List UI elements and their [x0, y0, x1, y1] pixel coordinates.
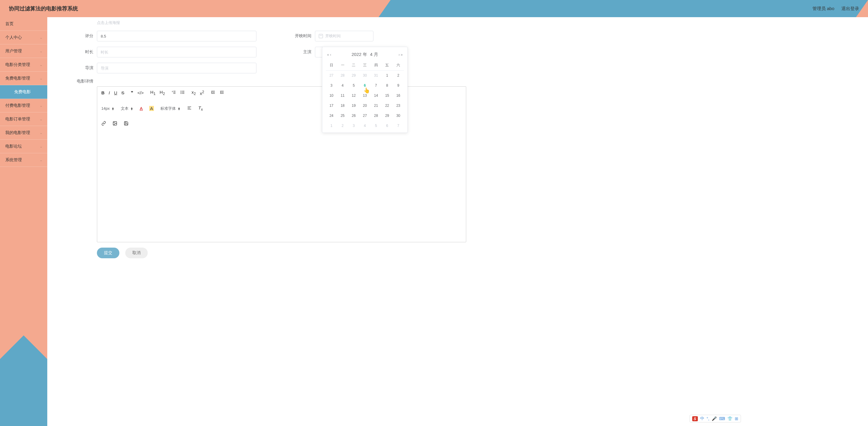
- ime-mic-icon[interactable]: 🎤: [712, 416, 717, 421]
- calendar-day[interactable]: 5: [348, 81, 359, 90]
- rating-input[interactable]: [97, 31, 256, 41]
- calendar-day[interactable]: 3: [348, 121, 359, 131]
- calendar-day[interactable]: 12: [348, 90, 359, 101]
- open-time-input[interactable]: 开映时间: [315, 31, 373, 41]
- font-size-select[interactable]: 14px ▲▼: [101, 106, 114, 111]
- open-time-placeholder: 开映时间: [325, 33, 341, 39]
- ime-lang[interactable]: 中: [700, 416, 704, 421]
- sidebar-item-8[interactable]: 我的电影管理⌄: [0, 126, 47, 140]
- quote-icon[interactable]: ❞: [131, 90, 133, 95]
- ime-keyboard-icon[interactable]: ⌨: [719, 416, 725, 421]
- calendar-day[interactable]: 6: [382, 121, 393, 131]
- dp-month[interactable]: 4 月: [370, 52, 378, 57]
- calendar-day[interactable]: 17: [326, 101, 337, 111]
- sidebar-item-1[interactable]: 个人中心⌄: [0, 31, 47, 45]
- sidebar-item-label: 个人中心: [5, 35, 22, 40]
- image-icon[interactable]: [113, 121, 117, 126]
- next-year-icon[interactable]: › »: [399, 53, 403, 57]
- calendar-day[interactable]: 31: [370, 70, 382, 81]
- calendar-day[interactable]: 28: [370, 111, 382, 121]
- clear-format-icon[interactable]: Tx: [198, 105, 203, 112]
- strike-icon[interactable]: S: [121, 90, 124, 95]
- ime-toolbar[interactable]: S 中 °, 🎤 ⌨ 👕 ⊞: [689, 415, 741, 422]
- calendar-day[interactable]: 15: [382, 90, 393, 101]
- dp-year[interactable]: 2022 年: [351, 52, 367, 57]
- calendar-day[interactable]: 27: [359, 111, 370, 121]
- calendar-day[interactable]: 14: [370, 90, 382, 101]
- calendar-day[interactable]: 16: [393, 90, 404, 101]
- calendar-day[interactable]: 7: [370, 81, 382, 90]
- calendar-day[interactable]: 20: [359, 101, 370, 111]
- sidebar-item-4[interactable]: 免费电影管理⌄: [0, 72, 47, 85]
- calendar-day[interactable]: 24: [326, 111, 337, 121]
- sidebar-item-2[interactable]: 用户管理⌄: [0, 45, 47, 58]
- calendar-day[interactable]: 29: [382, 111, 393, 121]
- calendar-day[interactable]: 18: [337, 101, 348, 111]
- calendar-day[interactable]: 21: [370, 101, 382, 111]
- sidebar-item-10[interactable]: 系统管理⌄: [0, 153, 47, 167]
- calendar-day[interactable]: 4: [359, 121, 370, 131]
- calendar-day[interactable]: 7: [393, 121, 404, 131]
- sidebar-item-0[interactable]: 首页: [0, 17, 47, 31]
- sidebar-item-3[interactable]: 电影分类管理⌄: [0, 58, 47, 72]
- calendar-day[interactable]: 6: [359, 81, 370, 90]
- calendar-day[interactable]: 9: [393, 81, 404, 90]
- logout-link[interactable]: 退出登录: [841, 6, 859, 11]
- font-family-select[interactable]: 标准字体 ▲▼: [160, 106, 181, 111]
- h1-icon[interactable]: H1: [150, 90, 156, 96]
- sidebar-item-6[interactable]: 付费电影管理⌄: [0, 99, 47, 112]
- unordered-list-icon[interactable]: [180, 90, 185, 95]
- director-input[interactable]: [97, 63, 256, 74]
- subscript-icon[interactable]: x2: [191, 90, 195, 96]
- h2-icon[interactable]: H2: [159, 90, 165, 96]
- outdent-icon[interactable]: [211, 90, 215, 95]
- align-icon[interactable]: [187, 106, 192, 111]
- calendar-day[interactable]: 29: [348, 70, 359, 81]
- calendar-day[interactable]: 4: [337, 81, 348, 90]
- calendar-day[interactable]: 8: [382, 81, 393, 90]
- ime-punct-icon[interactable]: °,: [707, 416, 710, 421]
- font-color-icon[interactable]: A: [140, 106, 143, 111]
- duration-input[interactable]: [97, 47, 256, 57]
- sidebar-item-7[interactable]: 电影订单管理⌄: [0, 112, 47, 126]
- calendar-day[interactable]: 19: [348, 101, 359, 111]
- calendar-day[interactable]: 13: [359, 90, 370, 101]
- calendar-day[interactable]: 1: [382, 70, 393, 81]
- calendar-day[interactable]: 2: [337, 121, 348, 131]
- sidebar-item-5[interactable]: 免费电影: [0, 85, 47, 99]
- editor-body[interactable]: [97, 130, 466, 242]
- calendar-day[interactable]: 30: [359, 70, 370, 81]
- block-type-select[interactable]: 文本 ▲▼: [121, 106, 133, 111]
- upload-poster-hint[interactable]: 点击上传海报: [97, 20, 856, 25]
- calendar-day[interactable]: 26: [348, 111, 359, 121]
- calendar-day[interactable]: 30: [393, 111, 404, 121]
- calendar-day[interactable]: 28: [337, 70, 348, 81]
- calendar-day[interactable]: 10: [326, 90, 337, 101]
- link-icon[interactable]: [101, 121, 106, 126]
- calendar-day[interactable]: 3: [326, 81, 337, 90]
- calendar-day[interactable]: 1: [326, 121, 337, 131]
- calendar-day[interactable]: 5: [370, 121, 382, 131]
- ordered-list-icon[interactable]: [172, 90, 176, 95]
- calendar-day[interactable]: 2: [393, 70, 404, 81]
- ime-skin-icon[interactable]: 👕: [727, 416, 733, 421]
- indent-icon[interactable]: [219, 90, 224, 95]
- italic-icon[interactable]: I: [109, 90, 110, 95]
- bold-icon[interactable]: B: [101, 90, 104, 95]
- calendar-day[interactable]: 23: [393, 101, 404, 111]
- calendar-day[interactable]: 25: [337, 111, 348, 121]
- calendar-day[interactable]: 22: [382, 101, 393, 111]
- save-icon[interactable]: [124, 121, 128, 126]
- bg-color-icon[interactable]: A: [149, 106, 154, 111]
- cancel-button[interactable]: 取消: [125, 248, 148, 258]
- admin-label[interactable]: 管理员 abo: [812, 6, 834, 11]
- ime-tool-icon[interactable]: ⊞: [735, 416, 738, 421]
- underline-icon[interactable]: U: [114, 90, 117, 95]
- calendar-day[interactable]: 11: [337, 90, 348, 101]
- submit-button[interactable]: 提交: [97, 248, 119, 258]
- superscript-icon[interactable]: x2: [200, 90, 204, 96]
- prev-year-icon[interactable]: « ‹: [327, 53, 331, 57]
- code-icon[interactable]: </>: [137, 90, 144, 95]
- calendar-day[interactable]: 27: [326, 70, 337, 81]
- sidebar-item-9[interactable]: 电影论坛⌄: [0, 140, 47, 153]
